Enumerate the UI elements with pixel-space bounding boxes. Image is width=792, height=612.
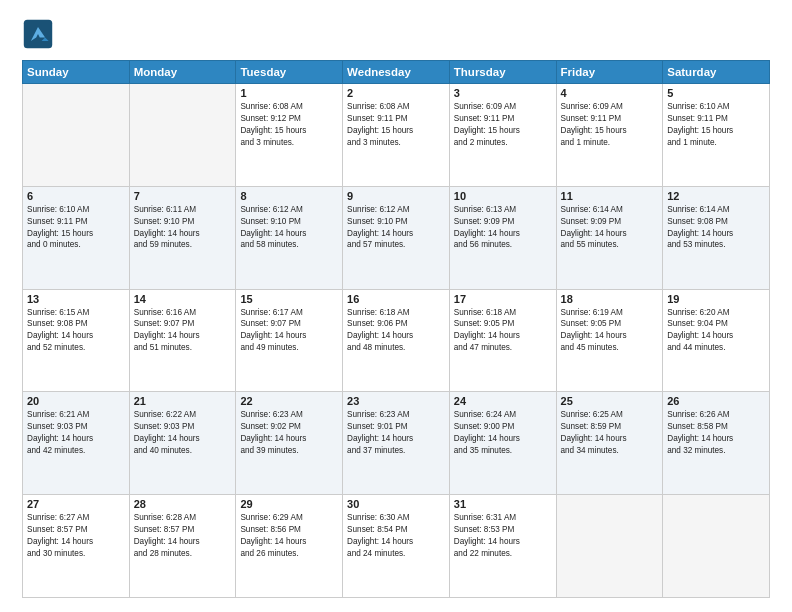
calendar-cell: 4Sunrise: 6:09 AM Sunset: 9:11 PM Daylig… [556,84,663,187]
day-number: 14 [134,293,232,305]
cell-info: Sunrise: 6:21 AM Sunset: 9:03 PM Dayligh… [27,409,125,457]
cell-info: Sunrise: 6:17 AM Sunset: 9:07 PM Dayligh… [240,307,338,355]
calendar-cell [556,495,663,598]
calendar-cell: 28Sunrise: 6:28 AM Sunset: 8:57 PM Dayli… [129,495,236,598]
calendar-header: SundayMondayTuesdayWednesdayThursdayFrid… [23,61,770,84]
calendar-cell: 8Sunrise: 6:12 AM Sunset: 9:10 PM Daylig… [236,186,343,289]
cell-info: Sunrise: 6:13 AM Sunset: 9:09 PM Dayligh… [454,204,552,252]
cell-info: Sunrise: 6:20 AM Sunset: 9:04 PM Dayligh… [667,307,765,355]
calendar-cell: 6Sunrise: 6:10 AM Sunset: 9:11 PM Daylig… [23,186,130,289]
calendar-body: 1Sunrise: 6:08 AM Sunset: 9:12 PM Daylig… [23,84,770,598]
cell-info: Sunrise: 6:30 AM Sunset: 8:54 PM Dayligh… [347,512,445,560]
calendar-cell: 29Sunrise: 6:29 AM Sunset: 8:56 PM Dayli… [236,495,343,598]
cell-info: Sunrise: 6:27 AM Sunset: 8:57 PM Dayligh… [27,512,125,560]
column-header-thursday: Thursday [449,61,556,84]
calendar-cell: 15Sunrise: 6:17 AM Sunset: 9:07 PM Dayli… [236,289,343,392]
calendar-cell: 18Sunrise: 6:19 AM Sunset: 9:05 PM Dayli… [556,289,663,392]
calendar-cell [23,84,130,187]
calendar-cell: 17Sunrise: 6:18 AM Sunset: 9:05 PM Dayli… [449,289,556,392]
day-number: 21 [134,395,232,407]
day-number: 22 [240,395,338,407]
day-number: 9 [347,190,445,202]
day-number: 18 [561,293,659,305]
page: SundayMondayTuesdayWednesdayThursdayFrid… [0,0,792,612]
column-header-monday: Monday [129,61,236,84]
day-number: 29 [240,498,338,510]
cell-info: Sunrise: 6:11 AM Sunset: 9:10 PM Dayligh… [134,204,232,252]
calendar-cell: 2Sunrise: 6:08 AM Sunset: 9:11 PM Daylig… [343,84,450,187]
day-number: 5 [667,87,765,99]
calendar-cell: 20Sunrise: 6:21 AM Sunset: 9:03 PM Dayli… [23,392,130,495]
cell-info: Sunrise: 6:18 AM Sunset: 9:06 PM Dayligh… [347,307,445,355]
calendar-week-2: 6Sunrise: 6:10 AM Sunset: 9:11 PM Daylig… [23,186,770,289]
day-number: 30 [347,498,445,510]
header [22,18,770,50]
calendar-week-3: 13Sunrise: 6:15 AM Sunset: 9:08 PM Dayli… [23,289,770,392]
day-number: 16 [347,293,445,305]
cell-info: Sunrise: 6:15 AM Sunset: 9:08 PM Dayligh… [27,307,125,355]
day-number: 4 [561,87,659,99]
day-number: 6 [27,190,125,202]
calendar-cell: 16Sunrise: 6:18 AM Sunset: 9:06 PM Dayli… [343,289,450,392]
column-header-sunday: Sunday [23,61,130,84]
cell-info: Sunrise: 6:28 AM Sunset: 8:57 PM Dayligh… [134,512,232,560]
day-number: 2 [347,87,445,99]
cell-info: Sunrise: 6:10 AM Sunset: 9:11 PM Dayligh… [667,101,765,149]
day-number: 10 [454,190,552,202]
day-number: 20 [27,395,125,407]
calendar-cell: 21Sunrise: 6:22 AM Sunset: 9:03 PM Dayli… [129,392,236,495]
header-row: SundayMondayTuesdayWednesdayThursdayFrid… [23,61,770,84]
day-number: 31 [454,498,552,510]
cell-info: Sunrise: 6:12 AM Sunset: 9:10 PM Dayligh… [240,204,338,252]
calendar-cell: 14Sunrise: 6:16 AM Sunset: 9:07 PM Dayli… [129,289,236,392]
column-header-tuesday: Tuesday [236,61,343,84]
calendar-week-4: 20Sunrise: 6:21 AM Sunset: 9:03 PM Dayli… [23,392,770,495]
calendar-cell: 30Sunrise: 6:30 AM Sunset: 8:54 PM Dayli… [343,495,450,598]
cell-info: Sunrise: 6:10 AM Sunset: 9:11 PM Dayligh… [27,204,125,252]
cell-info: Sunrise: 6:08 AM Sunset: 9:12 PM Dayligh… [240,101,338,149]
cell-info: Sunrise: 6:09 AM Sunset: 9:11 PM Dayligh… [561,101,659,149]
calendar-cell: 10Sunrise: 6:13 AM Sunset: 9:09 PM Dayli… [449,186,556,289]
cell-info: Sunrise: 6:23 AM Sunset: 9:01 PM Dayligh… [347,409,445,457]
calendar-cell: 22Sunrise: 6:23 AM Sunset: 9:02 PM Dayli… [236,392,343,495]
calendar-cell: 5Sunrise: 6:10 AM Sunset: 9:11 PM Daylig… [663,84,770,187]
calendar-cell: 31Sunrise: 6:31 AM Sunset: 8:53 PM Dayli… [449,495,556,598]
day-number: 26 [667,395,765,407]
calendar-table: SundayMondayTuesdayWednesdayThursdayFrid… [22,60,770,598]
day-number: 15 [240,293,338,305]
calendar-cell: 7Sunrise: 6:11 AM Sunset: 9:10 PM Daylig… [129,186,236,289]
logo-icon [22,18,54,50]
column-header-wednesday: Wednesday [343,61,450,84]
cell-info: Sunrise: 6:23 AM Sunset: 9:02 PM Dayligh… [240,409,338,457]
calendar-cell: 19Sunrise: 6:20 AM Sunset: 9:04 PM Dayli… [663,289,770,392]
day-number: 25 [561,395,659,407]
day-number: 7 [134,190,232,202]
calendar-cell: 11Sunrise: 6:14 AM Sunset: 9:09 PM Dayli… [556,186,663,289]
day-number: 12 [667,190,765,202]
cell-info: Sunrise: 6:14 AM Sunset: 9:08 PM Dayligh… [667,204,765,252]
cell-info: Sunrise: 6:29 AM Sunset: 8:56 PM Dayligh… [240,512,338,560]
day-number: 11 [561,190,659,202]
day-number: 19 [667,293,765,305]
day-number: 13 [27,293,125,305]
day-number: 24 [454,395,552,407]
cell-info: Sunrise: 6:14 AM Sunset: 9:09 PM Dayligh… [561,204,659,252]
logo [22,18,60,50]
column-header-friday: Friday [556,61,663,84]
cell-info: Sunrise: 6:22 AM Sunset: 9:03 PM Dayligh… [134,409,232,457]
calendar-cell: 12Sunrise: 6:14 AM Sunset: 9:08 PM Dayli… [663,186,770,289]
calendar-cell [663,495,770,598]
cell-info: Sunrise: 6:25 AM Sunset: 8:59 PM Dayligh… [561,409,659,457]
day-number: 23 [347,395,445,407]
calendar-cell: 27Sunrise: 6:27 AM Sunset: 8:57 PM Dayli… [23,495,130,598]
cell-info: Sunrise: 6:26 AM Sunset: 8:58 PM Dayligh… [667,409,765,457]
calendar-cell: 3Sunrise: 6:09 AM Sunset: 9:11 PM Daylig… [449,84,556,187]
cell-info: Sunrise: 6:24 AM Sunset: 9:00 PM Dayligh… [454,409,552,457]
cell-info: Sunrise: 6:08 AM Sunset: 9:11 PM Dayligh… [347,101,445,149]
cell-info: Sunrise: 6:09 AM Sunset: 9:11 PM Dayligh… [454,101,552,149]
calendar-cell: 1Sunrise: 6:08 AM Sunset: 9:12 PM Daylig… [236,84,343,187]
day-number: 1 [240,87,338,99]
cell-info: Sunrise: 6:16 AM Sunset: 9:07 PM Dayligh… [134,307,232,355]
calendar-cell: 23Sunrise: 6:23 AM Sunset: 9:01 PM Dayli… [343,392,450,495]
cell-info: Sunrise: 6:12 AM Sunset: 9:10 PM Dayligh… [347,204,445,252]
